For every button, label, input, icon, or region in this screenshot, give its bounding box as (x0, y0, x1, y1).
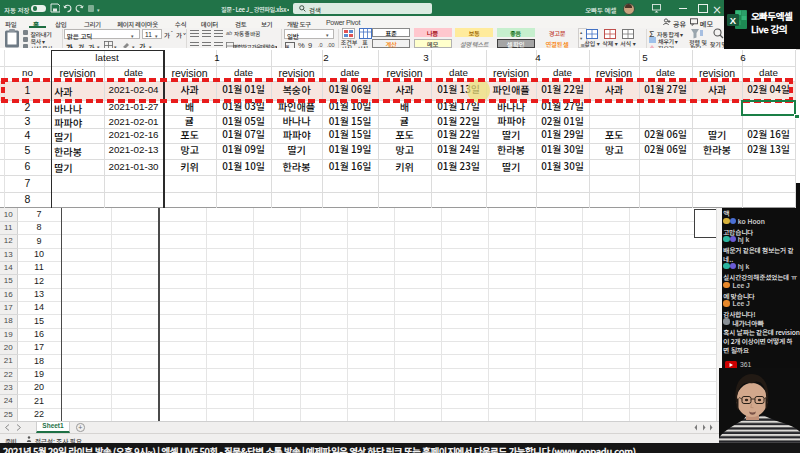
svg-text:X: X (730, 15, 737, 26)
